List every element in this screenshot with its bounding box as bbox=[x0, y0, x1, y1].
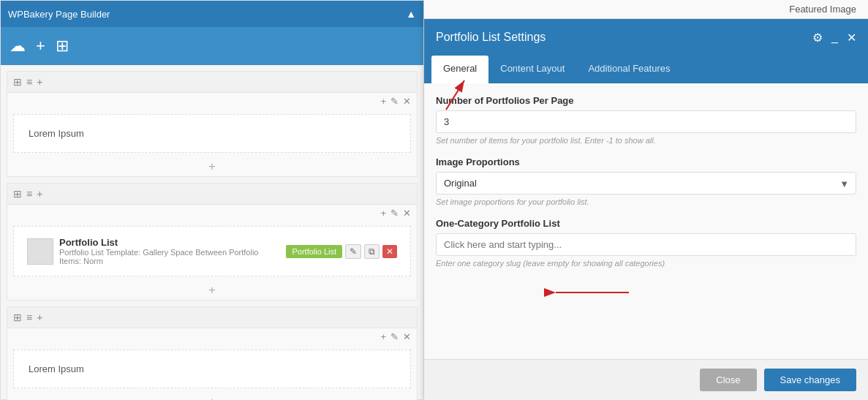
settings-header: Portfolio List Settings ⚙ _ ✕ bbox=[424, 19, 868, 56]
settings-panel: Featured Image Portfolio List Settings ⚙… bbox=[424, 0, 868, 400]
wpb-toolbar: ☁ + ⊞ bbox=[1, 27, 423, 65]
row-add-icon[interactable]: + bbox=[37, 76, 42, 88]
portfolio-badge-area: Portfolio List ✎ ⧉ ✕ bbox=[286, 244, 397, 259]
portfolio-edit-btn[interactable]: ✎ bbox=[345, 244, 361, 259]
featured-image-area: Featured Image bbox=[424, 0, 868, 19]
row-2-add-bottom[interactable]: + bbox=[7, 281, 417, 300]
row-3-add-btn[interactable]: + bbox=[380, 331, 386, 342]
row-drag-icon[interactable]: ⊞ bbox=[13, 76, 22, 88]
grid-icon[interactable]: ⊞ bbox=[56, 38, 69, 54]
row2-add-icon[interactable]: + bbox=[37, 188, 42, 200]
portfolios-per-page-input[interactable] bbox=[436, 110, 856, 133]
portfolio-list-row: Portfolio List Portfolio List Template: … bbox=[21, 233, 403, 270]
portfolio-badge-label: Portfolio List bbox=[292, 247, 336, 256]
row-2-edit-btn[interactable]: ✎ bbox=[390, 208, 399, 219]
tab-content-layout[interactable]: Content Layout bbox=[488, 56, 576, 83]
field-group-image-proportions: Image Proportions Original Square 4:3 16… bbox=[436, 156, 856, 206]
row-1-add-btn[interactable]: + bbox=[380, 96, 386, 107]
add-element-icon[interactable]: + bbox=[36, 38, 45, 54]
settings-header-buttons: ⚙ _ ✕ bbox=[812, 31, 856, 45]
tab-general[interactable]: General bbox=[431, 56, 488, 83]
wpb-content: ⊞ ≡ + + ✎ ✕ Lorem Ipsum + ⊞ ≡ + + bbox=[1, 65, 423, 400]
row-header-2: ⊞ ≡ + bbox=[7, 184, 417, 205]
portfolio-delete-btn[interactable]: ✕ bbox=[382, 245, 397, 258]
image-proportions-select[interactable]: Original Square 4:3 16:9 bbox=[436, 172, 856, 195]
row-2-delete-btn[interactable]: ✕ bbox=[403, 208, 411, 219]
settings-footer: Close Save changes bbox=[424, 359, 868, 400]
close-button[interactable]: Close bbox=[700, 369, 756, 391]
wpbakery-panel: WPBakery Page Builder ▲ ☁ + ⊞ ⊞ ≡ + + ✎ … bbox=[0, 0, 424, 400]
row3-menu-icon[interactable]: ≡ bbox=[26, 312, 32, 323]
settings-close-btn[interactable]: ✕ bbox=[847, 31, 856, 45]
row-3-delete-btn[interactable]: ✕ bbox=[403, 331, 411, 342]
row-section-2: ⊞ ≡ + + ✎ ✕ Portfolio List Portfolio Lis… bbox=[7, 183, 418, 301]
row-3-add-bottom[interactable]: + bbox=[7, 393, 417, 400]
settings-title: Portfolio List Settings bbox=[436, 31, 546, 44]
row-section-3: ⊞ ≡ + + ✎ ✕ Lorem Ipsum + bbox=[7, 306, 418, 400]
one-category-label: One-Category Portfolio List bbox=[436, 218, 856, 229]
one-category-hint: Enter one category slug (leave empty for… bbox=[436, 259, 856, 268]
settings-minimize-btn[interactable]: _ bbox=[831, 31, 838, 44]
row-1-lorem: Lorem Ipsum bbox=[21, 121, 403, 146]
row-1-actions: + ✎ ✕ bbox=[7, 93, 417, 110]
row2-menu-icon[interactable]: ≡ bbox=[26, 188, 32, 200]
portfolio-desc: Portfolio List Template: Gallery Space B… bbox=[59, 248, 280, 265]
image-proportions-hint: Set image proportions for your portfolio… bbox=[436, 197, 856, 206]
field-group-one-category: One-Category Portfolio List Enter one ca… bbox=[436, 218, 856, 268]
row-1-delete-btn[interactable]: ✕ bbox=[403, 96, 411, 107]
row-3-edit-btn[interactable]: ✎ bbox=[390, 331, 399, 342]
featured-image-label: Featured Image bbox=[789, 4, 856, 15]
portfolio-info: Portfolio List Portfolio List Template: … bbox=[59, 237, 280, 265]
row-3-column: Lorem Ipsum bbox=[13, 350, 411, 388]
row-header-3: ⊞ ≡ + bbox=[7, 307, 417, 328]
wpb-title: WPBakery Page Builder bbox=[8, 9, 110, 20]
image-proportions-label: Image Proportions bbox=[436, 156, 856, 167]
portfolio-name: Portfolio List bbox=[59, 237, 280, 248]
tab-additional-features[interactable]: Additional Features bbox=[576, 56, 682, 83]
row-section-1: ⊞ ≡ + + ✎ ✕ Lorem Ipsum + bbox=[7, 71, 418, 177]
row2-drag-icon[interactable]: ⊞ bbox=[13, 188, 22, 200]
row-2-column: Portfolio List Portfolio List Template: … bbox=[13, 226, 411, 276]
portfolio-thumbnail bbox=[27, 238, 53, 265]
field-group-portfolios-per-page: Number of Portfolios Per Page Set number… bbox=[436, 95, 856, 145]
settings-body: Number of Portfolios Per Page Set number… bbox=[424, 83, 868, 359]
image-proportions-wrapper: Original Square 4:3 16:9 ▼ bbox=[436, 172, 856, 195]
portfolio-badge: Portfolio List bbox=[286, 245, 342, 258]
row-1-add-bottom[interactable]: + bbox=[7, 157, 417, 176]
portfolio-copy-btn[interactable]: ⧉ bbox=[364, 244, 380, 259]
settings-gear-icon[interactable]: ⚙ bbox=[812, 31, 823, 45]
row-2-actions: + ✎ ✕ bbox=[7, 205, 417, 222]
portfolios-per-page-hint: Set number of items for your portfolio l… bbox=[436, 136, 856, 145]
row3-drag-icon[interactable]: ⊞ bbox=[13, 312, 22, 323]
row-1-edit-btn[interactable]: ✎ bbox=[390, 96, 399, 107]
row-header-1: ⊞ ≡ + bbox=[7, 72, 417, 93]
settings-tabs: General Content Layout Additional Featur… bbox=[424, 56, 868, 83]
wpb-header: WPBakery Page Builder ▲ bbox=[1, 1, 423, 27]
portfolios-per-page-label: Number of Portfolios Per Page bbox=[436, 95, 856, 106]
row-3-lorem: Lorem Ipsum bbox=[21, 356, 403, 382]
one-category-input[interactable] bbox=[436, 233, 856, 256]
row-menu-icon[interactable]: ≡ bbox=[26, 76, 32, 88]
wpb-collapse-btn[interactable]: ▲ bbox=[406, 8, 416, 20]
cloud-icon[interactable]: ☁ bbox=[10, 38, 26, 54]
save-changes-button[interactable]: Save changes bbox=[764, 369, 856, 391]
row3-add-icon[interactable]: + bbox=[37, 312, 42, 323]
row-1-column: Lorem Ipsum bbox=[13, 114, 411, 153]
row-3-actions: + ✎ ✕ bbox=[7, 328, 417, 345]
row-2-add-btn[interactable]: + bbox=[380, 208, 386, 219]
